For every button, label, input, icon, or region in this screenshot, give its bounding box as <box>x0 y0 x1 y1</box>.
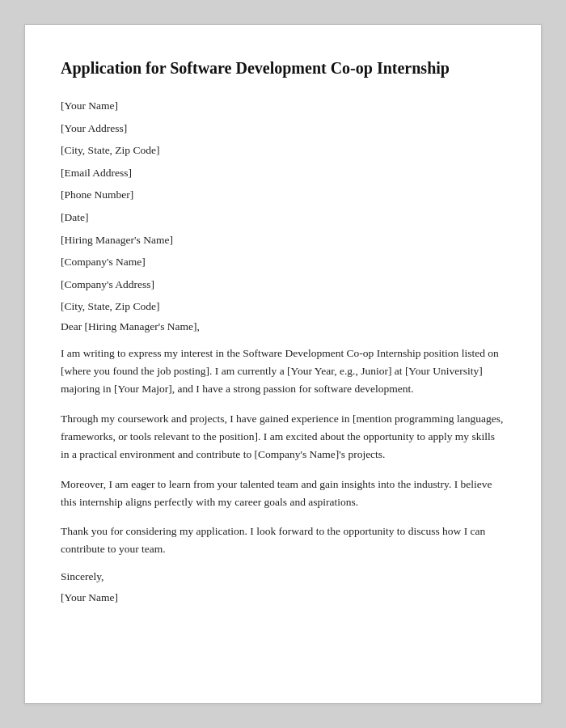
paragraph-1: I am writing to express my interest in t… <box>61 345 505 399</box>
sender-address-block: [Your Name] [Your Address] [City, State,… <box>61 97 505 204</box>
recipient-block: [Hiring Manager's Name] [Company's Name]… <box>61 231 505 315</box>
sender-email: [Email Address] <box>61 164 505 182</box>
sender-city: [City, State, Zip Code] <box>61 142 505 159</box>
date-field: [Date] <box>61 209 505 226</box>
paragraph-2: Through my coursework and projects, I ha… <box>61 410 505 464</box>
recipient-city: [City, State, Zip Code] <box>61 298 505 315</box>
signature-name: [Your Name] <box>61 591 505 604</box>
paragraph-3: Moreover, I am eager to learn from your … <box>61 476 505 512</box>
paragraph-4: Thank you for considering my application… <box>61 523 505 559</box>
recipient-company: [Company's Name] <box>61 253 505 271</box>
closing: Sincerely, <box>61 570 505 583</box>
sender-name: [Your Name] <box>61 97 505 115</box>
recipient-name: [Hiring Manager's Name] <box>61 231 505 249</box>
document-title: Application for Software Development Co-… <box>61 57 505 79</box>
document-container: Application for Software Development Co-… <box>24 24 542 704</box>
recipient-address: [Company's Address] <box>61 276 505 294</box>
salutation: Dear [Hiring Manager's Name], <box>61 320 505 333</box>
sender-street: [Your Address] <box>61 120 505 138</box>
sender-phone: [Phone Number] <box>61 186 505 204</box>
